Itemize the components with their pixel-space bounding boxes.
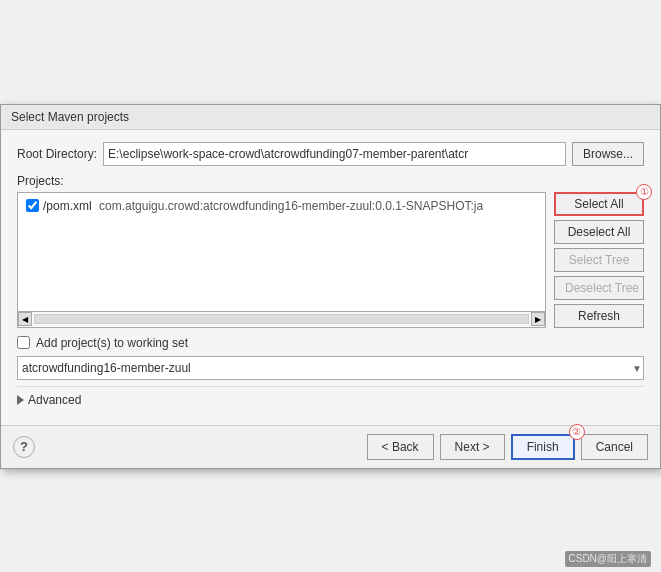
working-set-input-wrap: ▼ bbox=[17, 356, 644, 380]
dialog-container: Select Maven projects Root Directory: Br… bbox=[0, 104, 661, 469]
projects-area: /pom.xml com.atguigu.crowd:atcrowdfundin… bbox=[17, 192, 644, 328]
project-coords: com.atguigu.crowd:atcrowdfunding16-membe… bbox=[96, 199, 484, 213]
working-set-row: Add project(s) to working set bbox=[17, 336, 644, 350]
select-all-button[interactable]: Select All bbox=[554, 192, 644, 216]
horizontal-scrollbar-row: ◀ ▶ bbox=[17, 312, 546, 328]
dialog-title: Select Maven projects bbox=[11, 110, 129, 124]
working-set-input[interactable] bbox=[17, 356, 644, 380]
select-all-wrap: Select All ① bbox=[554, 192, 644, 216]
next-button[interactable]: Next > bbox=[440, 434, 505, 460]
root-directory-input[interactable] bbox=[103, 142, 566, 166]
projects-list-wrapper: /pom.xml com.atguigu.crowd:atcrowdfundin… bbox=[17, 192, 546, 328]
dialog-content: Root Directory: Browse... Projects: /pom… bbox=[1, 130, 660, 425]
back-button[interactable]: < Back bbox=[367, 434, 434, 460]
help-button[interactable]: ? bbox=[13, 436, 35, 458]
working-set-label: Add project(s) to working set bbox=[36, 336, 188, 350]
projects-label: Projects: bbox=[17, 174, 644, 188]
projects-list[interactable]: /pom.xml com.atguigu.crowd:atcrowdfundin… bbox=[17, 192, 546, 312]
scroll-left-arrow[interactable]: ◀ bbox=[18, 312, 32, 326]
refresh-button[interactable]: Refresh bbox=[554, 304, 644, 328]
browse-button[interactable]: Browse... bbox=[572, 142, 644, 166]
select-tree-button[interactable]: Select Tree bbox=[554, 248, 644, 272]
deselect-all-button[interactable]: Deselect All bbox=[554, 220, 644, 244]
root-directory-label: Root Directory: bbox=[17, 147, 97, 161]
projects-list-inner: /pom.xml com.atguigu.crowd:atcrowdfundin… bbox=[18, 193, 545, 219]
advanced-label: Advanced bbox=[28, 393, 81, 407]
footer-buttons: < Back Next > Finish ② Cancel bbox=[367, 434, 648, 460]
h-scrollbar-track[interactable] bbox=[34, 314, 529, 324]
cancel-button[interactable]: Cancel bbox=[581, 434, 648, 460]
working-set-input-row: ▼ bbox=[17, 356, 644, 380]
dialog-title-bar: Select Maven projects bbox=[1, 105, 660, 130]
select-all-badge: ① bbox=[636, 184, 652, 200]
root-directory-row: Root Directory: Browse... bbox=[17, 142, 644, 166]
side-buttons: Select All ① Deselect All Select Tree De… bbox=[554, 192, 644, 328]
deselect-tree-button[interactable]: Deselect Tree bbox=[554, 276, 644, 300]
finish-wrap: Finish ② bbox=[511, 434, 575, 460]
finish-button[interactable]: Finish bbox=[511, 434, 575, 460]
project-name: /pom.xml bbox=[43, 199, 92, 213]
working-set-checkbox[interactable] bbox=[17, 336, 30, 349]
project-item: /pom.xml com.atguigu.crowd:atcrowdfundin… bbox=[22, 197, 541, 215]
dialog-footer: ? < Back Next > Finish ② Cancel bbox=[1, 425, 660, 468]
advanced-toggle-icon[interactable] bbox=[17, 395, 24, 405]
advanced-row: Advanced bbox=[17, 386, 644, 413]
project-checkbox[interactable] bbox=[26, 199, 39, 212]
scroll-right-arrow[interactable]: ▶ bbox=[531, 312, 545, 326]
finish-badge: ② bbox=[569, 424, 585, 440]
watermark: CSDN@阳上寒清 bbox=[565, 551, 652, 567]
